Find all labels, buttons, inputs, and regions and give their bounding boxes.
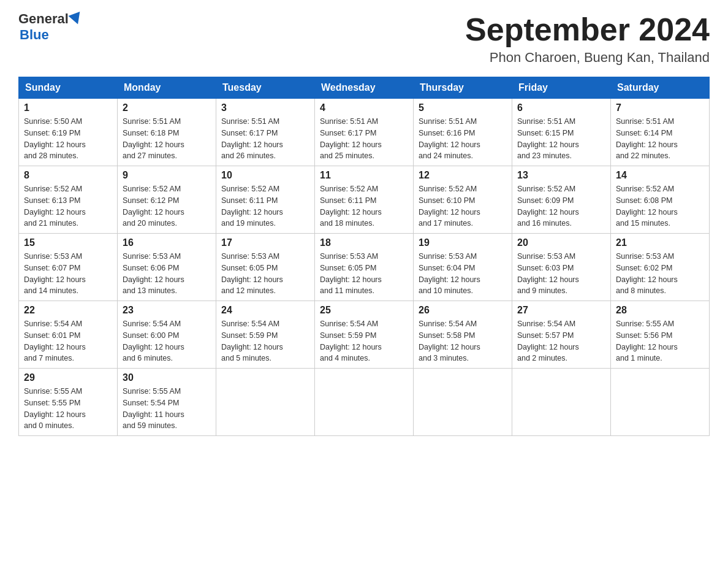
calendar-cell: 22Sunrise: 5:54 AMSunset: 6:01 PMDayligh… xyxy=(19,301,118,369)
logo-general-text: General xyxy=(18,12,69,26)
day-info: Sunrise: 5:54 AMSunset: 5:59 PMDaylight:… xyxy=(320,318,408,364)
day-number: 29 xyxy=(24,372,112,383)
calendar-cell: 23Sunrise: 5:54 AMSunset: 6:00 PMDayligh… xyxy=(118,301,216,369)
day-number: 14 xyxy=(616,170,704,181)
day-info: Sunrise: 5:54 AMSunset: 6:01 PMDaylight:… xyxy=(24,318,112,364)
day-info: Sunrise: 5:54 AMSunset: 5:59 PMDaylight:… xyxy=(221,318,309,364)
day-info: Sunrise: 5:53 AMSunset: 6:03 PMDaylight:… xyxy=(517,251,605,297)
day-number: 2 xyxy=(123,102,211,113)
day-info: Sunrise: 5:54 AMSunset: 6:00 PMDaylight:… xyxy=(123,318,211,364)
day-info: Sunrise: 5:52 AMSunset: 6:09 PMDaylight:… xyxy=(517,183,605,229)
calendar-cell: 6Sunrise: 5:51 AMSunset: 6:15 PMDaylight… xyxy=(512,99,611,166)
title-area: September 2024 Phon Charoen, Bueng Kan, … xyxy=(465,12,710,66)
day-info: Sunrise: 5:52 AMSunset: 6:12 PMDaylight:… xyxy=(123,183,211,229)
day-info: Sunrise: 5:51 AMSunset: 6:17 PMDaylight:… xyxy=(221,116,309,162)
calendar-cell: 2Sunrise: 5:51 AMSunset: 6:18 PMDaylight… xyxy=(118,99,216,166)
weekday-header-sunday: Sunday xyxy=(19,77,118,99)
calendar-cell: 8Sunrise: 5:52 AMSunset: 6:13 PMDaylight… xyxy=(19,166,118,234)
calendar-week-row: 15Sunrise: 5:53 AMSunset: 6:07 PMDayligh… xyxy=(19,234,710,301)
calendar-cell: 17Sunrise: 5:53 AMSunset: 6:05 PMDayligh… xyxy=(216,234,315,301)
calendar-cell: 24Sunrise: 5:54 AMSunset: 5:59 PMDayligh… xyxy=(216,301,315,369)
calendar-cell: 20Sunrise: 5:53 AMSunset: 6:03 PMDayligh… xyxy=(512,234,611,301)
day-info: Sunrise: 5:52 AMSunset: 6:11 PMDaylight:… xyxy=(320,183,408,229)
day-number: 30 xyxy=(123,372,211,383)
calendar-cell: 25Sunrise: 5:54 AMSunset: 5:59 PMDayligh… xyxy=(315,301,414,369)
calendar-week-row: 8Sunrise: 5:52 AMSunset: 6:13 PMDaylight… xyxy=(19,166,710,234)
day-info: Sunrise: 5:51 AMSunset: 6:14 PMDaylight:… xyxy=(616,116,704,162)
day-number: 22 xyxy=(24,305,112,316)
day-info: Sunrise: 5:53 AMSunset: 6:05 PMDaylight:… xyxy=(320,251,408,297)
calendar-cell: 1Sunrise: 5:50 AMSunset: 6:19 PMDaylight… xyxy=(19,99,118,166)
weekday-header-row: SundayMondayTuesdayWednesdayThursdayFrid… xyxy=(19,77,710,99)
calendar-cell: 19Sunrise: 5:53 AMSunset: 6:04 PMDayligh… xyxy=(414,234,512,301)
calendar-cell: 15Sunrise: 5:53 AMSunset: 6:07 PMDayligh… xyxy=(19,234,118,301)
day-number: 10 xyxy=(221,170,309,181)
day-info: Sunrise: 5:53 AMSunset: 6:07 PMDaylight:… xyxy=(24,251,112,297)
calendar-cell: 29Sunrise: 5:55 AMSunset: 5:55 PMDayligh… xyxy=(19,369,118,436)
weekday-header-wednesday: Wednesday xyxy=(315,77,414,99)
day-number: 12 xyxy=(419,170,507,181)
day-number: 9 xyxy=(123,170,211,181)
calendar-cell: 4Sunrise: 5:51 AMSunset: 6:17 PMDaylight… xyxy=(315,99,414,166)
calendar-cell: 16Sunrise: 5:53 AMSunset: 6:06 PMDayligh… xyxy=(118,234,216,301)
day-number: 7 xyxy=(616,102,704,113)
day-number: 5 xyxy=(419,102,507,113)
calendar-cell xyxy=(611,369,710,436)
day-info: Sunrise: 5:51 AMSunset: 6:18 PMDaylight:… xyxy=(123,116,211,162)
calendar-table: SundayMondayTuesdayWednesdayThursdayFrid… xyxy=(18,77,710,436)
day-number: 11 xyxy=(320,170,408,181)
calendar-cell: 27Sunrise: 5:54 AMSunset: 5:57 PMDayligh… xyxy=(512,301,611,369)
calendar-cell: 11Sunrise: 5:52 AMSunset: 6:11 PMDayligh… xyxy=(315,166,414,234)
day-number: 13 xyxy=(517,170,605,181)
day-info: Sunrise: 5:55 AMSunset: 5:54 PMDaylight:… xyxy=(123,386,211,432)
calendar-cell: 13Sunrise: 5:52 AMSunset: 6:09 PMDayligh… xyxy=(512,166,611,234)
calendar-cell: 7Sunrise: 5:51 AMSunset: 6:14 PMDaylight… xyxy=(611,99,710,166)
calendar-cell: 30Sunrise: 5:55 AMSunset: 5:54 PMDayligh… xyxy=(118,369,216,436)
day-info: Sunrise: 5:54 AMSunset: 5:58 PMDaylight:… xyxy=(419,318,507,364)
calendar-week-row: 22Sunrise: 5:54 AMSunset: 6:01 PMDayligh… xyxy=(19,301,710,369)
weekday-header-saturday: Saturday xyxy=(611,77,710,99)
calendar-cell xyxy=(512,369,611,436)
day-info: Sunrise: 5:51 AMSunset: 6:17 PMDaylight:… xyxy=(320,116,408,162)
day-number: 19 xyxy=(419,237,507,248)
day-info: Sunrise: 5:55 AMSunset: 5:55 PMDaylight:… xyxy=(24,386,112,432)
calendar-cell: 3Sunrise: 5:51 AMSunset: 6:17 PMDaylight… xyxy=(216,99,315,166)
calendar-cell: 5Sunrise: 5:51 AMSunset: 6:16 PMDaylight… xyxy=(414,99,512,166)
day-info: Sunrise: 5:52 AMSunset: 6:13 PMDaylight:… xyxy=(24,183,112,229)
day-number: 15 xyxy=(24,237,112,248)
day-number: 8 xyxy=(24,170,112,181)
location-title: Phon Charoen, Bueng Kan, Thailand xyxy=(465,50,710,66)
calendar-cell: 26Sunrise: 5:54 AMSunset: 5:58 PMDayligh… xyxy=(414,301,512,369)
day-number: 18 xyxy=(320,237,408,248)
calendar-cell: 10Sunrise: 5:52 AMSunset: 6:11 PMDayligh… xyxy=(216,166,315,234)
calendar-cell xyxy=(315,369,414,436)
day-number: 1 xyxy=(24,102,112,113)
logo-blue-text: Blue xyxy=(20,27,49,43)
day-info: Sunrise: 5:53 AMSunset: 6:06 PMDaylight:… xyxy=(123,251,211,297)
day-number: 20 xyxy=(517,237,605,248)
day-number: 17 xyxy=(221,237,309,248)
day-number: 6 xyxy=(517,102,605,113)
day-info: Sunrise: 5:53 AMSunset: 6:02 PMDaylight:… xyxy=(616,251,704,297)
day-info: Sunrise: 5:51 AMSunset: 6:16 PMDaylight:… xyxy=(419,116,507,162)
day-number: 4 xyxy=(320,102,408,113)
page-header: General Blue September 2024 Phon Charoen… xyxy=(18,12,710,66)
day-number: 23 xyxy=(123,305,211,316)
day-info: Sunrise: 5:53 AMSunset: 6:05 PMDaylight:… xyxy=(221,251,309,297)
day-number: 27 xyxy=(517,305,605,316)
calendar-cell xyxy=(216,369,315,436)
calendar-cell: 21Sunrise: 5:53 AMSunset: 6:02 PMDayligh… xyxy=(611,234,710,301)
day-number: 25 xyxy=(320,305,408,316)
calendar-cell: 28Sunrise: 5:55 AMSunset: 5:56 PMDayligh… xyxy=(611,301,710,369)
calendar-week-row: 29Sunrise: 5:55 AMSunset: 5:55 PMDayligh… xyxy=(19,369,710,436)
day-number: 26 xyxy=(419,305,507,316)
day-info: Sunrise: 5:52 AMSunset: 6:08 PMDaylight:… xyxy=(616,183,704,229)
calendar-cell: 12Sunrise: 5:52 AMSunset: 6:10 PMDayligh… xyxy=(414,166,512,234)
day-number: 16 xyxy=(123,237,211,248)
day-info: Sunrise: 5:50 AMSunset: 6:19 PMDaylight:… xyxy=(24,116,112,162)
calendar-cell: 18Sunrise: 5:53 AMSunset: 6:05 PMDayligh… xyxy=(315,234,414,301)
day-number: 28 xyxy=(616,305,704,316)
day-info: Sunrise: 5:52 AMSunset: 6:10 PMDaylight:… xyxy=(419,183,507,229)
weekday-header-thursday: Thursday xyxy=(414,77,512,99)
day-info: Sunrise: 5:52 AMSunset: 6:11 PMDaylight:… xyxy=(221,183,309,229)
